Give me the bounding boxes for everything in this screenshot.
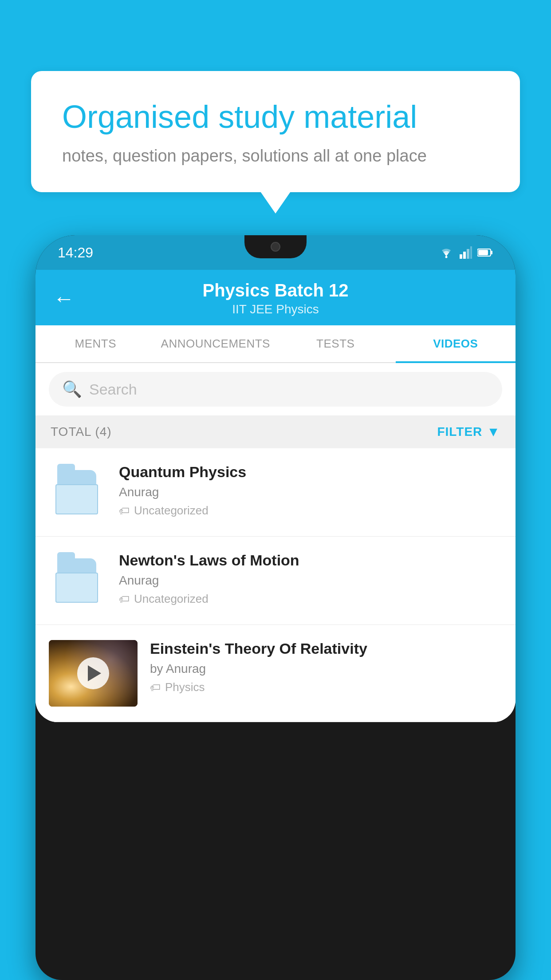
svg-rect-7 <box>478 250 488 255</box>
camera <box>271 242 280 252</box>
video-tag-3: 🏷 Physics <box>150 680 502 694</box>
folder-front-1 <box>55 484 98 514</box>
svg-rect-1 <box>460 254 462 259</box>
svg-rect-2 <box>463 252 466 259</box>
video-info-2: Newton's Laws of Motion Anurag 🏷 Uncateg… <box>119 552 502 606</box>
signal-icon <box>460 246 472 259</box>
tabs-bar: MENTS ANNOUNCEMENTS TESTS VIDEOS <box>35 325 516 363</box>
tag-icon-2: 🏷 <box>119 593 130 605</box>
search-container: 🔍 Search <box>35 363 516 415</box>
play-overlay-3 <box>49 640 138 707</box>
folder-thumbnail-1 <box>49 463 106 521</box>
video-title-3: Einstein's Theory Of Relativity <box>150 640 502 657</box>
tag-icon-3: 🏷 <box>150 681 161 694</box>
search-icon: 🔍 <box>62 380 82 399</box>
tab-videos[interactable]: VIDEOS <box>396 325 516 362</box>
header-title: Physics Batch 12 <box>88 281 463 300</box>
bubble-title: Organised study material <box>62 98 489 136</box>
play-icon-3 <box>88 665 101 681</box>
folder-icon-1 <box>55 470 100 514</box>
total-count-label: TOTAL (4) <box>51 425 112 439</box>
filter-icon: ▼ <box>487 424 500 439</box>
list-item[interactable]: Quantum Physics Anurag 🏷 Uncategorized <box>35 448 516 537</box>
svg-rect-3 <box>467 249 469 259</box>
speech-bubble: Organised study material notes, question… <box>31 71 520 192</box>
filter-button[interactable]: FILTER ▼ <box>437 424 500 439</box>
bubble-subtitle: notes, question papers, solutions all at… <box>62 146 489 166</box>
status-icons <box>438 246 493 259</box>
folder-icon-2 <box>55 558 100 603</box>
battery-icon <box>477 248 493 257</box>
folder-thumbnail-2 <box>49 552 106 609</box>
speech-bubble-container: Organised study material notes, question… <box>31 71 520 192</box>
video-title-2: Newton's Laws of Motion <box>119 552 502 569</box>
video-thumbnail-3 <box>49 640 138 707</box>
video-title-1: Quantum Physics <box>119 463 502 481</box>
video-author-1: Anurag <box>119 485 502 499</box>
status-bar: 14:29 <box>35 235 516 270</box>
notch <box>244 235 307 258</box>
search-placeholder: Search <box>89 381 137 398</box>
filter-label: FILTER <box>437 425 482 439</box>
video-author-2: Anurag <box>119 573 502 588</box>
tag-label-3: Physics <box>165 680 205 694</box>
app-header: ← Physics Batch 12 IIT JEE Physics <box>35 270 516 325</box>
video-author-3: by Anurag <box>150 662 502 676</box>
search-bar[interactable]: 🔍 Search <box>49 372 502 407</box>
header-title-group: Physics Batch 12 IIT JEE Physics <box>88 281 463 316</box>
video-info-1: Quantum Physics Anurag 🏷 Uncategorized <box>119 463 502 518</box>
tag-label-1: Uncategorized <box>134 504 209 518</box>
filter-bar: TOTAL (4) FILTER ▼ <box>35 415 516 448</box>
video-list: Quantum Physics Anurag 🏷 Uncategorized <box>35 448 516 722</box>
svg-point-0 <box>445 256 448 258</box>
tab-ments[interactable]: MENTS <box>35 325 156 362</box>
status-time: 14:29 <box>58 245 93 261</box>
phone-shell: 14:29 <box>35 235 516 980</box>
tag-icon-1: 🏷 <box>119 505 130 517</box>
list-item[interactable]: Einstein's Theory Of Relativity by Anura… <box>35 625 516 722</box>
video-tag-1: 🏷 Uncategorized <box>119 504 502 518</box>
tab-announcements[interactable]: ANNOUNCEMENTS <box>156 325 276 362</box>
svg-rect-4 <box>470 246 472 259</box>
play-circle-3 <box>77 657 109 689</box>
video-info-3: Einstein's Theory Of Relativity by Anura… <box>150 640 502 694</box>
list-item[interactable]: Newton's Laws of Motion Anurag 🏷 Uncateg… <box>35 537 516 625</box>
wifi-icon <box>438 246 454 259</box>
tag-label-2: Uncategorized <box>134 592 209 606</box>
svg-rect-6 <box>491 251 492 254</box>
back-button[interactable]: ← <box>53 288 75 309</box>
header-subtitle: IIT JEE Physics <box>88 302 463 316</box>
folder-front-2 <box>55 573 98 603</box>
phone-content: MENTS ANNOUNCEMENTS TESTS VIDEOS 🔍 Searc… <box>35 325 516 722</box>
video-tag-2: 🏷 Uncategorized <box>119 592 502 606</box>
tab-tests[interactable]: TESTS <box>276 325 396 362</box>
